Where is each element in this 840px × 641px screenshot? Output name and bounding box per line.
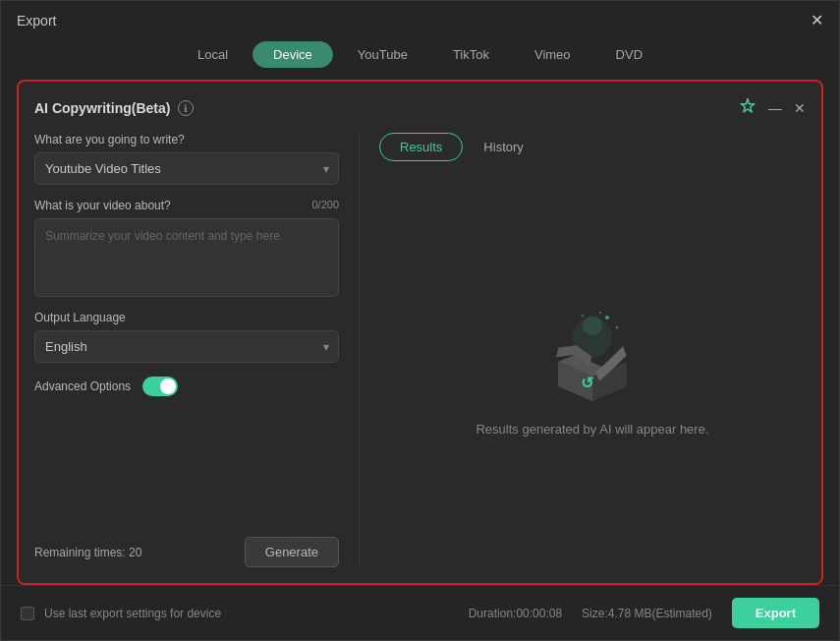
title-bar: Export ✕ — [1, 1, 839, 37]
svg-point-3 — [616, 326, 619, 329]
output-language-select[interactable]: English Spanish French German Japanese — [34, 330, 339, 363]
char-count: 0/200 — [311, 199, 339, 210]
ai-panel-right: Results History — [379, 133, 806, 567]
write-label: What are you going to write? — [34, 133, 339, 146]
tab-local[interactable]: Local — [177, 41, 249, 68]
tab-tiktok[interactable]: TikTok — [432, 41, 510, 68]
svg-point-1 — [583, 316, 602, 335]
tab-device[interactable]: Device — [252, 41, 333, 68]
write-type-select-wrapper: Youtube Video Titles Youtube Video Descr… — [34, 152, 339, 185]
advanced-options-toggle[interactable] — [142, 377, 178, 396]
result-tabs: Results History — [379, 133, 806, 161]
ai-copywriting-panel: AI Copywriting(Beta) ℹ — ✕ — [17, 80, 823, 585]
tab-youtube[interactable]: YouTube — [337, 41, 428, 68]
last-export-label: Use last export settings for device — [44, 607, 221, 620]
minimize-icon[interactable]: — — [768, 100, 782, 116]
ai-left-bottom: Remaining times: 20 Generate — [34, 537, 339, 567]
empty-box-icon: ↺ — [533, 308, 651, 406]
video-about-label: What is your video about? 0/200 — [34, 199, 339, 212]
pin-icon[interactable] — [739, 97, 756, 119]
window-close-button[interactable]: ✕ — [811, 11, 823, 29]
tab-bar: Local Device YouTube TikTok Vimeo DVD — [1, 37, 839, 80]
svg-point-2 — [605, 316, 609, 320]
output-language-label: Output Language — [34, 311, 339, 324]
footer: Use last export settings for device Dura… — [1, 585, 839, 640]
tab-dvd[interactable]: DVD — [595, 41, 663, 68]
ai-panel-header: AI Copywriting(Beta) ℹ — ✕ — [34, 97, 806, 119]
svg-point-4 — [599, 312, 601, 314]
tab-vimeo[interactable]: Vimeo — [514, 41, 591, 68]
main-content: AI Copywriting(Beta) ℹ — ✕ — [1, 80, 839, 585]
footer-right: Duration:00:00:08 Size:4.78 MB(Estimated… — [469, 598, 819, 628]
footer-left: Use last export settings for device — [21, 607, 221, 620]
write-type-group: What are you going to write? Youtube Vid… — [34, 133, 339, 185]
ai-panel-left: What are you going to write? Youtube Vid… — [34, 133, 339, 567]
last-export-checkbox[interactable] — [21, 607, 34, 620]
svg-text:↺: ↺ — [581, 375, 593, 391]
size-info: Size:4.78 MB(Estimated) — [582, 607, 712, 620]
duration-info: Duration:00:00:08 — [469, 607, 562, 620]
tab-history[interactable]: History — [463, 133, 543, 161]
panel-divider — [359, 133, 360, 567]
ai-panel-controls: — ✕ — [739, 97, 806, 119]
ai-panel-title-group: AI Copywriting(Beta) ℹ — [34, 100, 194, 116]
svg-point-5 — [582, 315, 585, 318]
advanced-options-row: Advanced Options — [34, 377, 339, 396]
export-window: Export ✕ Local Device YouTube TikTok Vim… — [0, 0, 840, 641]
output-language-group: Output Language English Spanish French G… — [34, 311, 339, 363]
results-empty-state: ↺ Results generated by AI will appear he… — [379, 177, 806, 567]
ai-left-top: What are you going to write? Youtube Vid… — [34, 133, 339, 396]
advanced-options-label: Advanced Options — [34, 379, 131, 393]
ai-panel-body: What are you going to write? Youtube Vid… — [34, 133, 806, 567]
write-type-select[interactable]: Youtube Video Titles Youtube Video Descr… — [34, 152, 339, 185]
remaining-times: Remaining times: 20 — [34, 546, 141, 559]
export-button[interactable]: Export — [732, 598, 819, 628]
ai-panel-close-icon[interactable]: ✕ — [794, 100, 806, 116]
output-language-select-wrapper: English Spanish French German Japanese ▾ — [34, 330, 339, 363]
ai-panel-title: AI Copywriting(Beta) — [34, 100, 170, 116]
toggle-knob — [160, 379, 176, 394]
info-icon[interactable]: ℹ — [178, 100, 194, 116]
window-title: Export — [17, 13, 56, 29]
tab-results[interactable]: Results — [379, 133, 463, 161]
generate-button[interactable]: Generate — [245, 537, 339, 567]
video-about-textarea[interactable] — [34, 218, 339, 297]
empty-state-text: Results generated by AI will appear here… — [476, 422, 708, 437]
video-about-group: What is your video about? 0/200 — [34, 199, 339, 297]
